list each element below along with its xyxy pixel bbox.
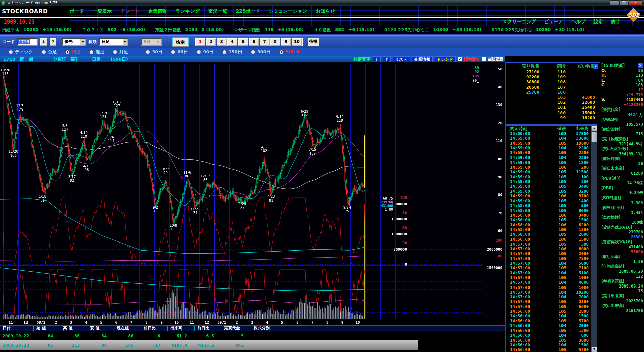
info-label: [配当利回り] bbox=[601, 205, 624, 210]
radio-日足[interactable]: 日足 bbox=[65, 49, 80, 55]
chart-button-4[interactable]: トレンド bbox=[435, 56, 456, 62]
radio-150日[interactable]: 150日 bbox=[222, 49, 242, 55]
sell-qty: 20500 bbox=[506, 85, 539, 90]
menu-item-1[interactable]: 一覧表示 bbox=[93, 8, 112, 14]
help-button[interactable]: ? bbox=[50, 38, 56, 46]
radio-月足[interactable]: 月足 bbox=[113, 49, 128, 55]
summary-cell: 84 bbox=[34, 333, 60, 338]
code-down-button[interactable]: ↓ bbox=[40, 38, 47, 46]
trade-time: 14:58:00 bbox=[506, 227, 542, 232]
trade-price: 105 bbox=[542, 347, 566, 352]
info-label: [単位株数] bbox=[601, 215, 620, 220]
page-button-2[interactable]: 2 bbox=[206, 38, 216, 46]
menu-item-6[interactable]: 225ボード bbox=[236, 8, 260, 14]
info-label: V. bbox=[601, 97, 605, 102]
stock-chart-canvas[interactable] bbox=[0, 62, 505, 325]
checkbox-1[interactable]: 自動更新 bbox=[482, 56, 503, 62]
chart-button-2[interactable]: リスト bbox=[393, 56, 410, 62]
page-button-10[interactable]: 10 bbox=[292, 38, 302, 46]
checkbox-0[interactable]: ✓権利落ち bbox=[458, 56, 480, 62]
restore-button[interactable]: ❐ bbox=[619, 0, 628, 5]
info-line-9: [売買代金] bbox=[601, 107, 643, 112]
radio-300日[interactable]: 300日 bbox=[251, 49, 271, 55]
code-input[interactable]: 1719 bbox=[17, 38, 38, 46]
radio-dot[interactable] bbox=[146, 50, 150, 54]
secondary-menu-item-4[interactable]: 終了 bbox=[611, 19, 621, 25]
checkbox-box[interactable]: ✓ bbox=[458, 57, 462, 61]
radio-dot[interactable] bbox=[89, 50, 94, 54]
scroll-down-icon[interactable]: ▼ bbox=[591, 347, 597, 352]
page-button-9[interactable]: 9 bbox=[281, 38, 291, 46]
radio-500日[interactable]: 500日 bbox=[279, 49, 299, 55]
page-button-3[interactable]: 3 bbox=[217, 38, 227, 46]
close-button[interactable]: ✕ bbox=[629, 0, 643, 5]
chevron-down-icon[interactable]: ▼ bbox=[80, 39, 86, 45]
chevron-down-icon[interactable]: ▼ bbox=[122, 39, 128, 45]
summary-row-1[interactable]: 2009.10.238511384103+174187.4+4126.2442 bbox=[0, 340, 418, 350]
trade-volume: 5700 bbox=[566, 319, 591, 323]
radio-dot[interactable] bbox=[171, 50, 175, 54]
search-button[interactable]: 検索 bbox=[172, 38, 189, 46]
scrollbar-thumb[interactable] bbox=[591, 132, 597, 142]
checkbox-box[interactable] bbox=[482, 57, 486, 61]
page-button-7[interactable]: 7 bbox=[260, 38, 270, 46]
close-icon[interactable]: × bbox=[638, 63, 643, 68]
trade-price: 104 bbox=[542, 271, 566, 275]
menu-item-3[interactable]: 企業情報 bbox=[148, 8, 167, 14]
priority-select[interactable]: 優先 ▼ bbox=[62, 38, 86, 46]
page-button-5[interactable]: 5 bbox=[238, 38, 248, 46]
page-button-6[interactable]: 6 bbox=[249, 38, 259, 46]
radio-週足[interactable]: 週足 bbox=[89, 49, 104, 55]
page-button-1[interactable]: 1 bbox=[195, 38, 205, 46]
radio-30日[interactable]: 30日 bbox=[146, 49, 162, 55]
scroll-up-icon[interactable]: ▲ bbox=[591, 126, 597, 131]
trade-volume: 1500 bbox=[566, 237, 591, 242]
radio-分足[interactable]: 分足 bbox=[42, 49, 57, 55]
menu-item-7[interactable]: シミュレーション bbox=[269, 8, 307, 14]
menu-item-0[interactable]: ボード bbox=[70, 8, 84, 14]
menu-item-4[interactable]: ランキング bbox=[176, 8, 200, 14]
trade-time: 14:56:00 bbox=[506, 314, 542, 318]
minimize-button[interactable]: — bbox=[610, 0, 619, 5]
radio-60日[interactable]: 60日 bbox=[171, 49, 188, 55]
ticker-change: +6 (15:10) bbox=[348, 27, 374, 33]
secondary-menu-item-1[interactable]: ビューア bbox=[544, 19, 563, 25]
close-icon[interactable]: × bbox=[593, 64, 598, 69]
chart-button-3[interactable]: 企業情報 bbox=[412, 56, 433, 62]
page-button-8[interactable]: 8 bbox=[270, 38, 280, 46]
trade-time: 14:56:00 bbox=[506, 347, 542, 352]
order-book-panel: 売り数量 値段 買い数量 271001109220010930800108205… bbox=[506, 62, 600, 124]
info-value: +19.77% bbox=[626, 93, 643, 98]
radio-dot[interactable] bbox=[42, 50, 46, 54]
radio-90日[interactable]: 90日 bbox=[197, 49, 213, 55]
radio-dot[interactable] bbox=[9, 50, 13, 54]
radio-dot[interactable] bbox=[222, 50, 227, 54]
radio-ティック[interactable]: ティック bbox=[9, 49, 33, 55]
menu-item-8[interactable]: お知らせ bbox=[316, 8, 335, 14]
secondary-menu-item-3[interactable]: 設定 bbox=[594, 19, 603, 25]
window-titlebar[interactable]: ストックボード Version 3.75 — ❐ ✕ bbox=[0, 0, 644, 6]
type-select[interactable]: 日足 ▼ bbox=[99, 38, 128, 46]
trade-volume: 1500 bbox=[566, 343, 591, 347]
radio-dot[interactable] bbox=[113, 50, 117, 54]
radio-dot[interactable] bbox=[197, 50, 201, 54]
chart-button-0[interactable]: ↓ bbox=[373, 56, 381, 62]
menu-item-5[interactable]: 市況一覧 bbox=[208, 8, 227, 14]
radio-dot[interactable] bbox=[279, 50, 284, 54]
summary-row-0[interactable]: 2009.10.2284868486061.2-6.55 bbox=[0, 331, 418, 340]
trade-scrollbar[interactable]: ▲ ▼ bbox=[591, 126, 597, 352]
trade-row: 14:56:001055700 bbox=[506, 319, 591, 323]
chart-button-1[interactable]: ↑ bbox=[383, 56, 391, 62]
page-button-4[interactable]: 4 bbox=[227, 38, 237, 46]
summary-cell: 61.2 bbox=[168, 333, 195, 338]
radio-dot[interactable] bbox=[65, 50, 70, 54]
radio-label: 30日 bbox=[152, 49, 162, 55]
indicator-button[interactable]: 指標 bbox=[308, 38, 319, 46]
secondary-menu-item-2[interactable]: ヘルプ bbox=[571, 19, 586, 25]
secondary-menu-item-0[interactable]: スクリーニング bbox=[502, 19, 536, 25]
menu-item-2[interactable]: チャート bbox=[120, 8, 140, 14]
trade-time: 14:58:00 bbox=[506, 223, 542, 227]
info-value: 14.36倍 bbox=[627, 181, 643, 186]
symbol-change-label[interactable]: 銘柄変更 bbox=[353, 56, 371, 62]
radio-dot[interactable] bbox=[251, 50, 255, 54]
